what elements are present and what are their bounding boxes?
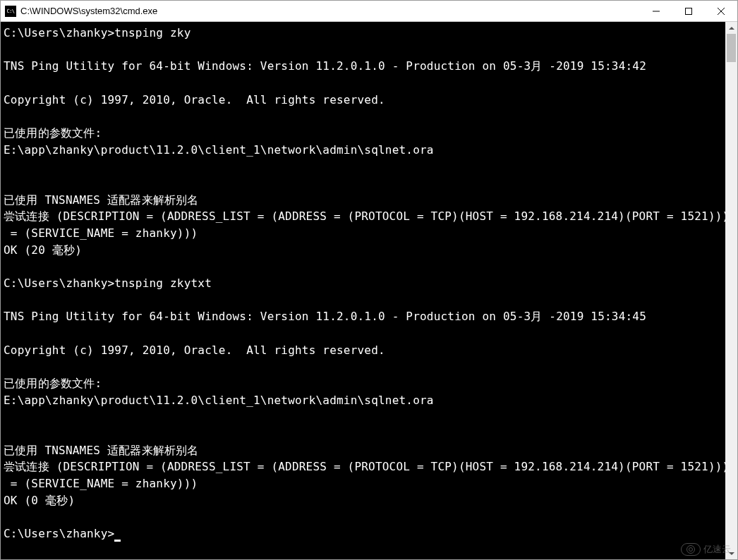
scroll-track[interactable] [725, 34, 737, 547]
chevron-up-icon [729, 27, 734, 30]
scrollbar-vertical[interactable] [725, 22, 737, 559]
cmd-window: C:\ C:\WINDOWS\system32\cmd.exe C:\Users… [0, 0, 738, 560]
maximize-button[interactable] [672, 1, 705, 21]
svg-marker-4 [729, 27, 734, 30]
titlebar[interactable]: C:\ C:\WINDOWS\system32\cmd.exe [1, 1, 737, 22]
close-icon [718, 8, 725, 15]
window-title: C:\WINDOWS\system32\cmd.exe [20, 6, 640, 16]
svg-rect-1 [686, 8, 692, 14]
terminal-area: C:\Users\zhanky>tnsping zky TNS Ping Uti… [1, 22, 737, 559]
app-icon: C:\ [5, 6, 16, 17]
minimize-icon [653, 8, 660, 15]
minimize-button[interactable] [640, 1, 672, 21]
scroll-up-arrow[interactable] [725, 22, 737, 34]
maximize-icon [685, 8, 692, 15]
cursor [114, 540, 121, 542]
watermark-cloud-icon [681, 543, 701, 556]
close-button[interactable] [705, 1, 737, 21]
watermark-text: 亿速云 [703, 543, 731, 556]
scroll-thumb[interactable] [727, 34, 736, 62]
window-controls [640, 1, 737, 21]
terminal-output[interactable]: C:\Users\zhanky>tnsping zky TNS Ping Uti… [1, 22, 725, 559]
watermark: 亿速云 [681, 543, 731, 556]
